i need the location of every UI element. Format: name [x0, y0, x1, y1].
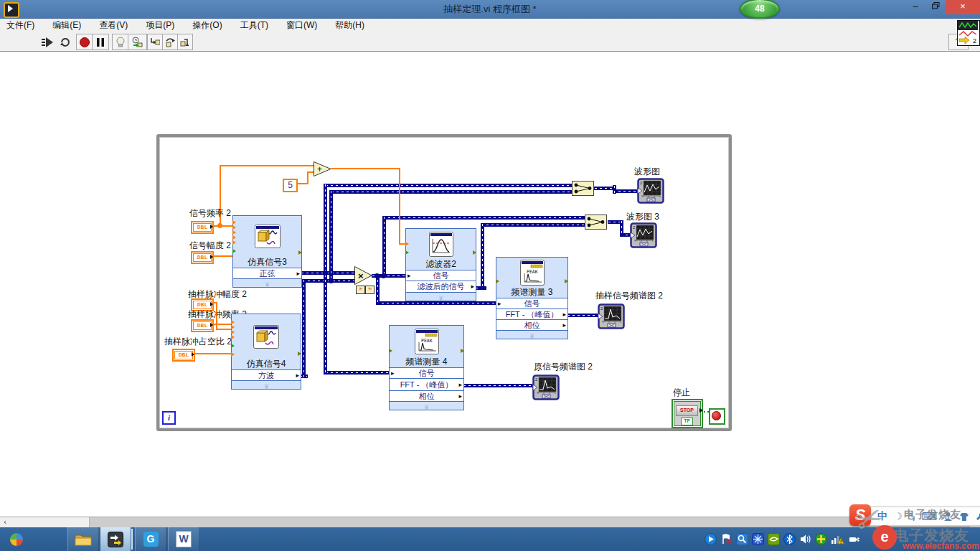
- retain-wire-values-button[interactable]: [128, 34, 147, 50]
- expand-chevron[interactable]: ≫: [406, 292, 476, 301]
- wire-add-down[interactable]: [399, 168, 400, 244]
- expand-chevron[interactable]: ≫: [232, 380, 301, 389]
- run-button[interactable]: [39, 34, 57, 50]
- input-row-signal[interactable]: ▸信号: [390, 367, 463, 378]
- express-vi-spectral-3[interactable]: PEAK 频谱测量 3 ▸信号 FFT - （峰值）▸ 相位▸ ≫: [496, 257, 568, 339]
- dbl-terminal[interactable]: DBL: [191, 319, 214, 332]
- wire-sine-to-spectrum4[interactable]: [325, 371, 389, 375]
- menu-project[interactable]: 项目(P): [146, 19, 174, 32]
- taskbar-g-app[interactable]: G: [135, 527, 166, 551]
- wire-fft4-to-graph[interactable]: [463, 384, 532, 387]
- action-center-flag-icon[interactable]: [720, 533, 732, 545]
- wire-sine-branch-vertical[interactable]: [324, 184, 327, 375]
- wire-sampled-to-merge2[interactable]: [382, 216, 585, 220]
- indicator-label[interactable]: 原信号频谱图 2: [534, 361, 593, 373]
- output-row-phase[interactable]: 相位▸: [390, 390, 463, 401]
- wire-pulse-amp-in[interactable]: [216, 329, 232, 330]
- antivirus-shield-tray-icon[interactable]: [815, 533, 827, 545]
- express-vi-simulate-signal-4[interactable]: 仿真信号4 方波▸ ≫: [231, 314, 301, 390]
- ime-settings-wrench-icon[interactable]: [976, 512, 980, 521]
- output-row-fft[interactable]: FFT - （峰值）▸: [390, 378, 463, 390]
- restore-button[interactable]: [925, 0, 946, 14]
- minimize-button[interactable]: –: [905, 0, 925, 14]
- wire-add-out[interactable]: [331, 168, 400, 169]
- power-plug-tray-icon[interactable]: [848, 533, 860, 545]
- numeric-constant-5[interactable]: 5: [283, 179, 298, 192]
- expand-chevron[interactable]: ≫: [233, 278, 301, 287]
- output-row-filtered[interactable]: 滤波后的信号▸: [406, 281, 476, 292]
- add-function[interactable]: +: [314, 161, 331, 179]
- merge-signals-2[interactable]: [585, 215, 607, 232]
- stop-label[interactable]: 停止: [673, 387, 690, 399]
- wire-const5-up[interactable]: [307, 171, 308, 184]
- output-row-sine[interactable]: 正弦▸: [233, 268, 301, 278]
- control-label[interactable]: 信号频率 2: [189, 207, 231, 220]
- wire-square-to-merge1[interactable]: [331, 190, 572, 194]
- wire-jog2-vertical[interactable]: [620, 220, 623, 236]
- wire-fft3-to-graph[interactable]: [567, 314, 598, 317]
- bluetooth-tray-icon[interactable]: [783, 533, 796, 545]
- merge-signals-1[interactable]: [572, 181, 594, 198]
- express-vi-simulate-signal-3[interactable]: 仿真信号3 正弦▸ ≫: [232, 215, 302, 288]
- stop-boolean-terminal[interactable]: STOP TF: [672, 399, 703, 428]
- control-label[interactable]: 信号幅度 2: [189, 240, 231, 252]
- taskbar-file-explorer[interactable]: [67, 527, 99, 551]
- menu-file[interactable]: 文件(F): [6, 19, 34, 32]
- search-tool-tray-icon[interactable]: [736, 533, 748, 545]
- wire-sampled-to-spectrum3[interactable]: [376, 301, 496, 305]
- scrollbar-thumb[interactable]: [10, 517, 90, 527]
- menu-help[interactable]: 帮助(H): [335, 19, 364, 32]
- ime-skin-shirt-icon[interactable]: [959, 512, 969, 521]
- menu-operate[interactable]: 操作(O): [192, 19, 222, 32]
- abort-button[interactable]: [76, 34, 93, 50]
- taskbar-word[interactable]: W: [168, 527, 199, 551]
- close-button[interactable]: ×: [946, 0, 980, 14]
- highlight-execution-button[interactable]: [112, 34, 129, 50]
- wire-sampled-up-vertical[interactable]: [382, 216, 386, 278]
- menu-window[interactable]: 窗口(W): [286, 19, 317, 32]
- wire-filtered-up-vertical[interactable]: [481, 223, 484, 290]
- multiply-function[interactable]: ×: [354, 266, 372, 287]
- player-tray-icon[interactable]: [705, 533, 717, 545]
- start-pinwheel-button[interactable]: [1, 527, 32, 551]
- snowflake-tray-icon[interactable]: [752, 533, 764, 545]
- output-row-phase[interactable]: 相位▸: [496, 319, 567, 330]
- menu-edit[interactable]: 编辑(E): [52, 19, 81, 32]
- volume-tray-icon[interactable]: [799, 533, 811, 545]
- wire-signal-amp[interactable]: [211, 255, 234, 257]
- dbl-terminal[interactable]: DBL: [172, 349, 195, 362]
- block-diagram-canvas[interactable]: + 5 × ?! ?! 信号频率 2 DBL 信号幅度 2 DBL 抽样脉冲幅度…: [0, 52, 980, 517]
- menu-tools[interactable]: 工具(T): [240, 19, 268, 32]
- waveform-graph-terminal[interactable]: 2: [630, 222, 657, 248]
- run-continuously-button[interactable]: [57, 34, 74, 50]
- output-row-square[interactable]: 方波▸: [232, 369, 301, 380]
- waveform-graph-terminal[interactable]: 2: [637, 178, 664, 204]
- input-row-signal[interactable]: ▸信号: [406, 270, 476, 281]
- wire-square-branch-vertical[interactable]: [329, 190, 333, 283]
- horizontal-scrollbar[interactable]: ‹ ›: [0, 517, 980, 527]
- wire-duty-cycle[interactable]: [192, 353, 232, 354]
- loop-iteration-terminal[interactable]: i: [162, 411, 176, 425]
- wire-filtered-to-merge2[interactable]: [481, 223, 585, 227]
- vi-icon[interactable]: 2: [957, 20, 980, 46]
- wire-square-up-vertical[interactable]: [302, 279, 306, 378]
- wire-sine-to-merge1[interactable]: [325, 184, 572, 187]
- wire-signal-freq[interactable]: [211, 225, 234, 227]
- ime-mode-chinese[interactable]: 中: [877, 510, 887, 523]
- network-warning-tray-icon[interactable]: [831, 533, 844, 545]
- ime-fullmoon-icon[interactable]: ☽: [894, 511, 903, 522]
- ime-toolbar[interactable]: 中 ☽ °, ⌨: [858, 507, 980, 526]
- express-vi-spectral-4[interactable]: PEAK 频谱测量 4 ▸信号 FFT - （峰值）▸ 相位▸ ≫: [389, 325, 464, 410]
- ime-punctuation-icon[interactable]: °,: [909, 511, 915, 522]
- loop-condition-terminal[interactable]: [709, 408, 725, 425]
- wire-to-wavegraph1[interactable]: [613, 189, 637, 193]
- title-bar[interactable]: 抽样定理.vi 程序框图 * – ×: [0, 0, 980, 19]
- express-vi-filter-2[interactable]: 滤波器2 ▸信号 滤波后的信号▸ ≫: [405, 228, 476, 301]
- pause-button[interactable]: [92, 34, 109, 50]
- ime-softkeyboard-icon[interactable]: ⌨: [921, 510, 937, 523]
- taskbar-labview[interactable]: [100, 527, 131, 551]
- scroll-left-button[interactable]: ‹: [0, 517, 10, 527]
- control-label[interactable]: 抽样脉冲占空比 2: [164, 336, 232, 348]
- indicator-label[interactable]: 波形图: [634, 166, 660, 178]
- expand-chevron[interactable]: ≫: [390, 401, 463, 410]
